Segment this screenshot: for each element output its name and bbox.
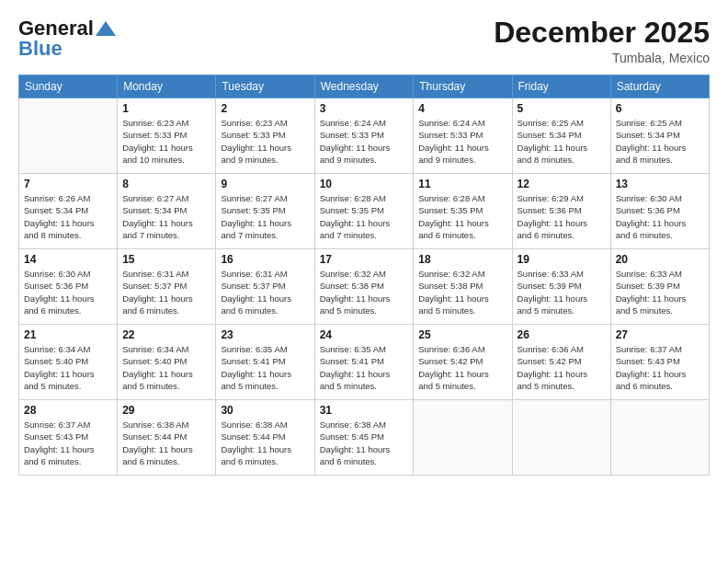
calendar-cell: 19Sunrise: 6:33 AM Sunset: 5:39 PM Dayli… bbox=[512, 249, 610, 325]
calendar-cell: 2Sunrise: 6:23 AM Sunset: 5:33 PM Daylig… bbox=[216, 98, 314, 174]
title-block: December 2025 Tumbala, Mexico bbox=[494, 17, 710, 65]
calendar-cell: 31Sunrise: 6:38 AM Sunset: 5:45 PM Dayli… bbox=[314, 400, 414, 476]
calendar-cell: 17Sunrise: 6:32 AM Sunset: 5:38 PM Dayli… bbox=[314, 249, 414, 325]
day-number: 28 bbox=[24, 404, 112, 417]
day-info: Sunrise: 6:34 AM Sunset: 5:40 PM Dayligh… bbox=[24, 343, 112, 392]
month-title: December 2025 bbox=[494, 17, 710, 49]
day-number: 25 bbox=[418, 328, 506, 341]
page: General Blue December 2025 Tumbala, Mexi… bbox=[0, 0, 728, 563]
day-number: 5 bbox=[518, 102, 606, 115]
day-number: 7 bbox=[24, 178, 112, 190]
week-row-3: 14Sunrise: 6:30 AM Sunset: 5:36 PM Dayli… bbox=[19, 249, 710, 325]
calendar-cell: 29Sunrise: 6:38 AM Sunset: 5:44 PM Dayli… bbox=[118, 400, 216, 476]
calendar-cell: 1Sunrise: 6:23 AM Sunset: 5:33 PM Daylig… bbox=[118, 98, 216, 174]
calendar-cell: 12Sunrise: 6:29 AM Sunset: 5:36 PM Dayli… bbox=[512, 174, 610, 249]
day-number: 15 bbox=[122, 253, 210, 266]
day-info: Sunrise: 6:35 AM Sunset: 5:41 PM Dayligh… bbox=[320, 343, 409, 392]
col-saturday: Saturday bbox=[610, 75, 709, 98]
day-number: 22 bbox=[122, 328, 210, 341]
col-tuesday: Tuesday bbox=[216, 75, 314, 98]
day-number: 17 bbox=[320, 253, 409, 266]
day-number: 31 bbox=[320, 404, 409, 417]
day-number: 29 bbox=[122, 404, 210, 417]
calendar-cell: 22Sunrise: 6:34 AM Sunset: 5:40 PM Dayli… bbox=[118, 325, 216, 400]
calendar-cell: 18Sunrise: 6:32 AM Sunset: 5:38 PM Dayli… bbox=[414, 249, 512, 325]
day-info: Sunrise: 6:24 AM Sunset: 5:33 PM Dayligh… bbox=[418, 117, 506, 166]
day-info: Sunrise: 6:24 AM Sunset: 5:33 PM Dayligh… bbox=[320, 117, 409, 166]
day-info: Sunrise: 6:31 AM Sunset: 5:37 PM Dayligh… bbox=[122, 268, 210, 316]
calendar-cell: 6Sunrise: 6:25 AM Sunset: 5:34 PM Daylig… bbox=[610, 98, 709, 174]
day-info: Sunrise: 6:33 AM Sunset: 5:39 PM Dayligh… bbox=[518, 268, 606, 316]
day-number: 1 bbox=[122, 102, 210, 115]
week-row-2: 7Sunrise: 6:26 AM Sunset: 5:34 PM Daylig… bbox=[19, 174, 710, 249]
day-number: 23 bbox=[221, 328, 309, 341]
day-info: Sunrise: 6:36 AM Sunset: 5:42 PM Dayligh… bbox=[418, 343, 506, 392]
week-row-4: 21Sunrise: 6:34 AM Sunset: 5:40 PM Dayli… bbox=[19, 325, 710, 400]
day-info: Sunrise: 6:35 AM Sunset: 5:41 PM Dayligh… bbox=[221, 343, 309, 392]
calendar-cell: 14Sunrise: 6:30 AM Sunset: 5:36 PM Dayli… bbox=[19, 249, 118, 325]
day-number: 13 bbox=[616, 178, 704, 190]
location: Tumbala, Mexico bbox=[494, 51, 710, 65]
calendar-cell: 23Sunrise: 6:35 AM Sunset: 5:41 PM Dayli… bbox=[216, 325, 314, 400]
logo-icon bbox=[96, 21, 116, 36]
calendar-cell: 7Sunrise: 6:26 AM Sunset: 5:34 PM Daylig… bbox=[19, 174, 118, 249]
day-info: Sunrise: 6:28 AM Sunset: 5:35 PM Dayligh… bbox=[320, 192, 409, 241]
day-number: 30 bbox=[221, 404, 309, 417]
day-number: 6 bbox=[616, 102, 704, 115]
day-info: Sunrise: 6:37 AM Sunset: 5:43 PM Dayligh… bbox=[616, 343, 704, 392]
day-number: 14 bbox=[24, 253, 112, 266]
day-number: 9 bbox=[221, 178, 309, 190]
calendar-cell: 10Sunrise: 6:28 AM Sunset: 5:35 PM Dayli… bbox=[314, 174, 414, 249]
day-number: 3 bbox=[320, 102, 409, 115]
week-row-5: 28Sunrise: 6:37 AM Sunset: 5:43 PM Dayli… bbox=[19, 400, 710, 476]
day-number: 8 bbox=[122, 178, 210, 190]
day-number: 16 bbox=[221, 253, 309, 266]
day-number: 10 bbox=[320, 178, 409, 190]
day-info: Sunrise: 6:36 AM Sunset: 5:42 PM Dayligh… bbox=[518, 343, 606, 392]
day-info: Sunrise: 6:29 AM Sunset: 5:36 PM Dayligh… bbox=[518, 192, 606, 241]
day-number: 20 bbox=[616, 253, 704, 266]
day-number: 4 bbox=[418, 102, 506, 115]
day-info: Sunrise: 6:32 AM Sunset: 5:38 PM Dayligh… bbox=[320, 268, 409, 316]
day-info: Sunrise: 6:25 AM Sunset: 5:34 PM Dayligh… bbox=[518, 117, 606, 166]
col-friday: Friday bbox=[512, 75, 610, 98]
calendar-cell: 8Sunrise: 6:27 AM Sunset: 5:34 PM Daylig… bbox=[118, 174, 216, 249]
calendar-cell: 11Sunrise: 6:28 AM Sunset: 5:35 PM Dayli… bbox=[414, 174, 512, 249]
day-info: Sunrise: 6:25 AM Sunset: 5:34 PM Dayligh… bbox=[616, 117, 704, 166]
col-monday: Monday bbox=[118, 75, 216, 98]
day-info: Sunrise: 6:38 AM Sunset: 5:45 PM Dayligh… bbox=[320, 419, 409, 467]
day-info: Sunrise: 6:32 AM Sunset: 5:38 PM Dayligh… bbox=[418, 268, 506, 316]
day-number: 18 bbox=[418, 253, 506, 266]
svg-marker-0 bbox=[96, 21, 116, 36]
day-info: Sunrise: 6:30 AM Sunset: 5:36 PM Dayligh… bbox=[24, 268, 112, 316]
col-sunday: Sunday bbox=[19, 75, 118, 98]
header: General Blue December 2025 Tumbala, Mexi… bbox=[18, 17, 710, 65]
calendar-cell bbox=[610, 400, 709, 476]
day-info: Sunrise: 6:38 AM Sunset: 5:44 PM Dayligh… bbox=[122, 419, 210, 467]
logo: General Blue bbox=[18, 17, 116, 61]
calendar-cell bbox=[19, 98, 118, 174]
calendar-cell bbox=[414, 400, 512, 476]
logo-blue: Blue bbox=[18, 37, 63, 61]
col-thursday: Thursday bbox=[414, 75, 512, 98]
day-info: Sunrise: 6:27 AM Sunset: 5:35 PM Dayligh… bbox=[221, 192, 309, 241]
day-info: Sunrise: 6:31 AM Sunset: 5:37 PM Dayligh… bbox=[221, 268, 309, 316]
calendar-cell: 25Sunrise: 6:36 AM Sunset: 5:42 PM Dayli… bbox=[414, 325, 512, 400]
calendar-body: 1Sunrise: 6:23 AM Sunset: 5:33 PM Daylig… bbox=[19, 98, 710, 476]
day-number: 27 bbox=[616, 328, 704, 341]
calendar-cell: 16Sunrise: 6:31 AM Sunset: 5:37 PM Dayli… bbox=[216, 249, 314, 325]
calendar-cell: 24Sunrise: 6:35 AM Sunset: 5:41 PM Dayli… bbox=[314, 325, 414, 400]
day-info: Sunrise: 6:28 AM Sunset: 5:35 PM Dayligh… bbox=[418, 192, 506, 241]
day-info: Sunrise: 6:23 AM Sunset: 5:33 PM Dayligh… bbox=[221, 117, 309, 166]
day-number: 19 bbox=[518, 253, 606, 266]
calendar-cell: 26Sunrise: 6:36 AM Sunset: 5:42 PM Dayli… bbox=[512, 325, 610, 400]
calendar-cell: 9Sunrise: 6:27 AM Sunset: 5:35 PM Daylig… bbox=[216, 174, 314, 249]
calendar-cell: 13Sunrise: 6:30 AM Sunset: 5:36 PM Dayli… bbox=[610, 174, 709, 249]
calendar: Sunday Monday Tuesday Wednesday Thursday… bbox=[18, 75, 710, 476]
day-info: Sunrise: 6:33 AM Sunset: 5:39 PM Dayligh… bbox=[616, 268, 704, 316]
calendar-cell: 4Sunrise: 6:24 AM Sunset: 5:33 PM Daylig… bbox=[414, 98, 512, 174]
calendar-header-row: Sunday Monday Tuesday Wednesday Thursday… bbox=[19, 75, 710, 98]
day-number: 11 bbox=[418, 178, 506, 190]
col-wednesday: Wednesday bbox=[314, 75, 414, 98]
day-info: Sunrise: 6:23 AM Sunset: 5:33 PM Dayligh… bbox=[122, 117, 210, 166]
